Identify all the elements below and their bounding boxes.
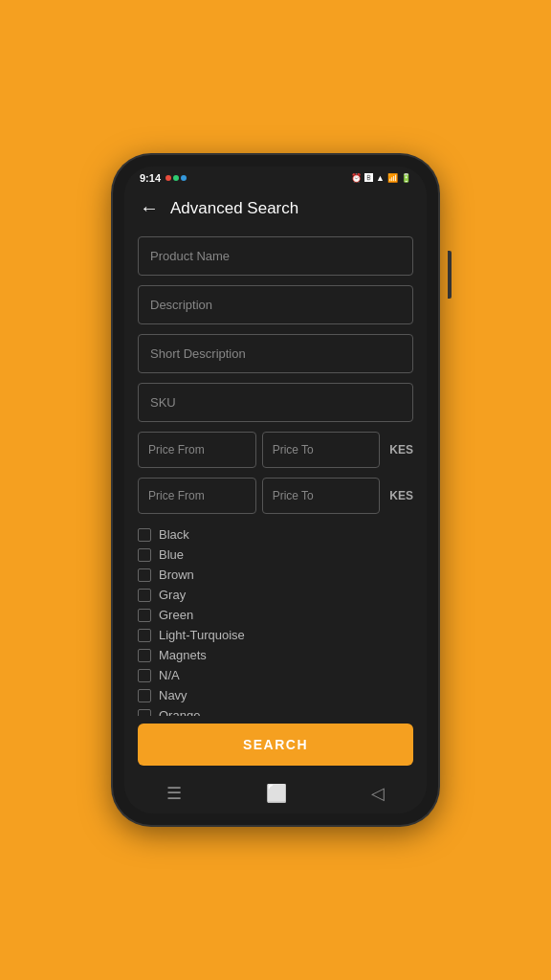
price-from-2-wrap — [138, 478, 256, 514]
currency-label-2: KES — [386, 489, 413, 502]
color-label-brown: Brown — [159, 568, 194, 582]
home-icon[interactable]: ⬜ — [266, 783, 287, 804]
form-content: KES KES BlackBlueBrownGrayGreenLight-Tur… — [124, 229, 427, 716]
color-item: Green — [138, 608, 413, 622]
app-dots — [165, 175, 187, 181]
color-checkbox-green[interactable] — [138, 609, 151, 622]
color-checkbox-orange[interactable] — [138, 709, 151, 717]
search-button[interactable]: SEARCH — [138, 724, 413, 766]
phone-screen: 9:14 ⏰ 🅱 ▲ 📶 🔋 ← Advanced Search — [124, 167, 427, 813]
bluetooth-icon: 🅱 — [364, 173, 373, 183]
price-row-2: KES — [138, 478, 413, 514]
price-to-2-input[interactable] — [262, 478, 381, 514]
signal-icon: 📶 — [387, 173, 398, 183]
color-item: Orange — [138, 708, 413, 716]
header: ← Advanced Search — [124, 188, 427, 229]
color-checkbox-magnets[interactable] — [138, 649, 151, 662]
power-button — [448, 251, 452, 299]
battery-icon: 🔋 — [401, 173, 411, 183]
price-to-1-input[interactable] — [262, 432, 381, 468]
color-label-gray: Gray — [159, 588, 186, 602]
color-item: Black — [138, 527, 413, 542]
color-checkbox-gray[interactable] — [138, 589, 151, 602]
color-list: BlackBlueBrownGrayGreenLight-TurquoiseMa… — [138, 523, 413, 716]
price-to-2-wrap — [262, 478, 381, 514]
color-checkbox-black[interactable] — [138, 528, 151, 542]
color-item: N/A — [138, 668, 413, 682]
dot-green — [173, 175, 179, 181]
color-item: Navy — [138, 688, 413, 702]
price-from-2-input[interactable] — [138, 478, 256, 514]
color-label-light-turquoise: Light-Turquoise — [159, 628, 245, 642]
color-label-black: Black — [159, 527, 189, 542]
color-checkbox-navy[interactable] — [138, 689, 151, 702]
menu-icon[interactable]: ☰ — [166, 783, 182, 804]
color-checkbox-light-turquoise[interactable] — [138, 629, 151, 642]
search-btn-wrap: SEARCH — [124, 716, 427, 775]
nav-bar: ☰ ⬜ ◁ — [124, 775, 427, 813]
color-item: Blue — [138, 547, 413, 562]
description-input[interactable] — [138, 285, 413, 324]
color-checkbox-brown[interactable] — [138, 568, 151, 582]
color-checkbox-n/a[interactable] — [138, 669, 151, 682]
dot-blue — [181, 175, 187, 181]
color-checkbox-blue[interactable] — [138, 548, 151, 562]
color-label-blue: Blue — [159, 547, 184, 562]
status-time: 9:14 — [140, 172, 161, 184]
color-label-green: Green — [159, 608, 193, 622]
status-bar: 9:14 ⏰ 🅱 ▲ 📶 🔋 — [124, 167, 427, 188]
color-item: Magnets — [138, 648, 413, 662]
phone-frame: 9:14 ⏰ 🅱 ▲ 📶 🔋 ← Advanced Search — [113, 155, 438, 825]
page-title: Advanced Search — [170, 199, 298, 218]
color-item: Gray — [138, 588, 413, 602]
price-from-1-wrap — [138, 432, 256, 468]
dot-red — [165, 175, 171, 181]
wifi-icon: ▲ — [376, 173, 385, 183]
back-button[interactable]: ← — [140, 197, 159, 219]
back-nav-icon[interactable]: ◁ — [371, 783, 385, 804]
color-item: Brown — [138, 568, 413, 582]
short-description-input[interactable] — [138, 334, 413, 373]
color-label-orange: Orange — [159, 708, 200, 716]
color-label-n/a: N/A — [159, 668, 180, 682]
color-label-navy: Navy — [159, 688, 187, 702]
sku-input[interactable] — [138, 383, 413, 422]
color-item: Light-Turquoise — [138, 628, 413, 642]
alarm-icon: ⏰ — [351, 173, 362, 183]
price-from-1-input[interactable] — [138, 432, 256, 468]
product-name-input[interactable] — [138, 236, 413, 276]
status-icons: ⏰ 🅱 ▲ 📶 🔋 — [351, 173, 411, 183]
currency-label-1: KES — [386, 443, 413, 457]
price-row-1: KES — [138, 432, 413, 468]
price-to-1-wrap — [262, 432, 381, 468]
color-label-magnets: Magnets — [159, 648, 207, 662]
